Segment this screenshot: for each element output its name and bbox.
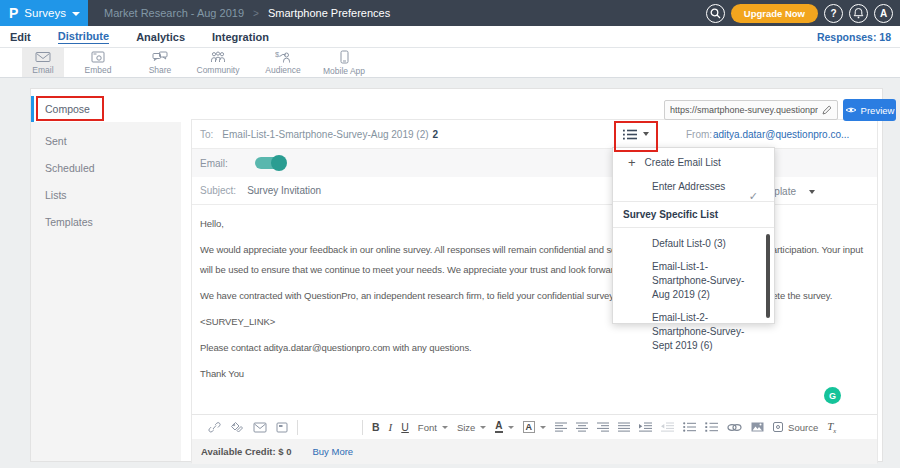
avatar[interactable]: A — [874, 4, 893, 23]
channel-community[interactable]: Community — [192, 48, 244, 77]
bell-icon — [853, 7, 864, 19]
bold-button[interactable]: B — [372, 421, 380, 433]
align-right-icon[interactable] — [597, 422, 609, 432]
preview-label: Preview — [861, 105, 895, 116]
bullet-list-icon[interactable] — [683, 422, 696, 432]
email-toggle[interactable] — [255, 157, 285, 169]
recipient-count: 2 — [433, 129, 439, 140]
insert-image-icon[interactable] — [751, 422, 764, 432]
tab-integration[interactable]: Integration — [212, 31, 269, 43]
survey-nav: Edit Distribute Analytics Integration Re… — [0, 26, 900, 48]
link-pill-icon[interactable] — [727, 423, 742, 432]
notifications-button[interactable] — [849, 4, 868, 23]
editor-format-toolbar: B I U Font Size A A — [192, 414, 877, 439]
preview-button[interactable]: Preview — [843, 99, 896, 121]
size-dropdown[interactable]: Size — [457, 422, 486, 433]
channel-share[interactable]: Share — [138, 48, 182, 77]
body-paragraph: Thank You — [200, 364, 865, 384]
email-sidebar: Sent Scheduled Lists Templates — [31, 122, 181, 461]
tab-analytics[interactable]: Analytics — [136, 31, 185, 43]
email-toggle-label: Email: — [200, 158, 228, 169]
breadcrumb-separator: > — [253, 8, 259, 19]
help-button[interactable]: ? — [824, 4, 843, 23]
breadcrumb-parent[interactable]: Market Research - Aug 2019 — [104, 7, 244, 19]
menu-item-email-list-1[interactable]: Email-List-1-Smartphone-Survey-Aug 2019 … — [652, 260, 762, 302]
menu-scrollbar[interactable] — [766, 234, 770, 318]
available-credit-label: Available Credit: $ 0 — [201, 446, 291, 457]
text-color-button[interactable]: A — [495, 421, 513, 433]
subject-input[interactable]: Survey Invitation — [247, 185, 321, 196]
pencil-icon[interactable] — [822, 105, 832, 115]
product-name: Surveys — [24, 7, 66, 19]
chevron-down-icon — [540, 426, 546, 429]
sidebar-item-lists[interactable]: Lists — [31, 181, 181, 208]
email-list-menu: + Create Email List Enter Addresses Surv… — [612, 147, 775, 324]
channel-mobile-app[interactable]: Mobile App — [318, 48, 370, 77]
menu-item-create-email-list[interactable]: + Create Email List — [613, 148, 774, 175]
audience-icon: $ — [275, 50, 291, 63]
subject-label: Subject: — [200, 185, 236, 196]
search-button[interactable] — [706, 4, 725, 23]
channel-email[interactable]: Email — [22, 48, 64, 77]
distribute-channel-bar: Email Embed Share Community $ — [0, 48, 900, 78]
from-address[interactable]: aditya.datar@questionpro.co... — [713, 129, 849, 140]
svg-text:$: $ — [275, 50, 280, 59]
selected-email-list[interactable]: Email-List-1-Smartphone-Survey-Aug 2019 … — [222, 129, 428, 140]
to-label: To: — [200, 129, 213, 140]
tab-edit[interactable]: Edit — [10, 31, 31, 43]
credit-row: Available Credit: $ 0 Buy More — [192, 439, 877, 464]
align-left-icon[interactable] — [555, 422, 567, 432]
insert-button-icon[interactable] — [276, 422, 288, 433]
buy-more-link[interactable]: Buy More — [312, 446, 353, 457]
numbered-list-icon[interactable] — [705, 422, 718, 432]
font-dropdown[interactable]: Font — [418, 422, 448, 433]
from-label: From: — [686, 129, 712, 140]
menu-item-default-list[interactable]: Default List-0 (3) — [652, 237, 762, 251]
underline-button[interactable]: U — [401, 421, 409, 433]
align-center-icon[interactable] — [576, 422, 588, 432]
envelope-icon — [35, 51, 51, 63]
insert-link-icon[interactable] — [208, 421, 221, 433]
insert-tag-icon[interactable] — [230, 421, 244, 433]
channel-label: Embed — [85, 65, 112, 75]
sidebar-item-label: Templates — [45, 216, 93, 228]
check-icon: ✓ — [749, 190, 758, 203]
font-dropdown-label: Font — [418, 422, 437, 433]
sidebar-item-scheduled[interactable]: Scheduled — [31, 154, 181, 181]
toolbar-divider — [297, 420, 298, 435]
channel-label: Community — [197, 65, 240, 75]
outdent-icon[interactable] — [661, 422, 674, 432]
insert-email-icon[interactable] — [253, 422, 267, 433]
survey-url-field[interactable]: https://smartphone-survey.questionpro — [664, 100, 838, 120]
menu-item-label: Create Email List — [645, 157, 721, 168]
questionpro-logo: P — [9, 6, 18, 20]
channel-label: Share — [149, 65, 172, 75]
channel-label: Email — [32, 65, 53, 75]
mobile-phone-icon — [340, 50, 349, 64]
upgrade-now-button[interactable]: Upgrade Now — [731, 4, 818, 23]
channel-audience[interactable]: $ Audience — [258, 48, 308, 77]
remove-format-button[interactable]: Tx — [827, 420, 836, 434]
sidebar-item-templates[interactable]: Templates — [31, 208, 181, 235]
eye-icon — [845, 106, 857, 114]
breadcrumb: Market Research - Aug 2019 > Smartphone … — [104, 0, 390, 26]
chevron-down-icon — [809, 190, 815, 194]
channel-label: Audience — [265, 65, 300, 75]
menu-item-email-list-2[interactable]: Email-List-2-Smartphone-Survey-Sept 2019… — [652, 311, 762, 353]
top-bar: P Surveys Market Research - Aug 2019 > S… — [0, 0, 900, 26]
channel-embed[interactable]: Embed — [75, 48, 121, 77]
toggle-knob — [271, 155, 287, 171]
annotation-box-compose — [36, 96, 104, 121]
bg-color-button[interactable]: A — [523, 421, 547, 433]
indent-icon[interactable] — [639, 422, 652, 432]
responses-count[interactable]: Responses: 18 — [817, 31, 891, 43]
source-label: Source — [788, 422, 818, 433]
app-switcher[interactable]: P Surveys — [0, 0, 88, 26]
tab-distribute[interactable]: Distribute — [58, 30, 109, 44]
sidebar-item-sent[interactable]: Sent — [31, 127, 181, 154]
source-button[interactable]: Source — [773, 422, 818, 433]
italic-button[interactable]: I — [389, 421, 393, 433]
grammarly-badge[interactable]: G — [824, 387, 841, 404]
align-justify-icon[interactable] — [618, 422, 630, 432]
recipients-row: To: Email-List-1-Smartphone-Survey-Aug 2… — [192, 120, 877, 149]
